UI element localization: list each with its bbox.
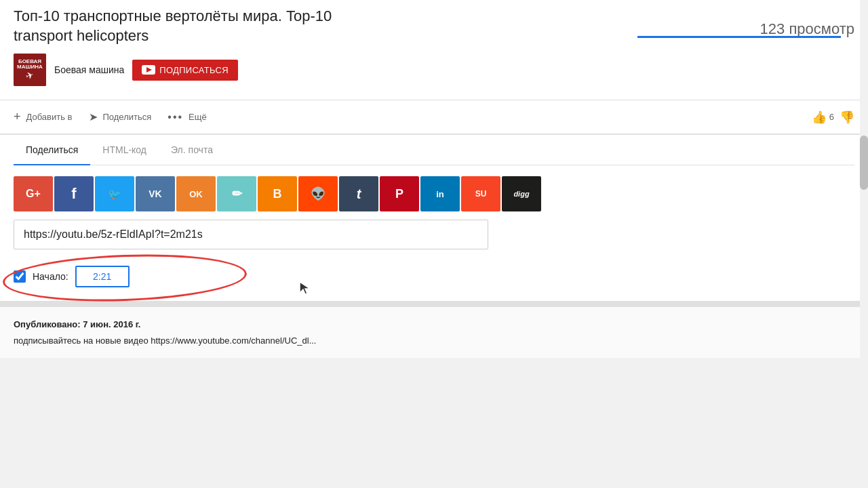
twitter-button[interactable]: 🐦 — [95, 176, 134, 211]
published-date: Опубликовано: 7 июн. 2016 г. — [14, 318, 854, 331]
pencil-button[interactable]: ✏ — [217, 176, 256, 211]
dots-icon: ••• — [167, 111, 183, 123]
start-time-input[interactable] — [75, 266, 130, 287]
share-url-input[interactable] — [14, 220, 488, 249]
digg-button[interactable]: digg — [502, 176, 541, 211]
title-section: Топ-10 транспортные вертолёты мира. Top-… — [0, 0, 868, 100]
channel-row: БОЕВАЯ МАШИНА ✈ Боевая машина Подписатьс… — [14, 54, 854, 86]
dislike-button[interactable]: 👎 — [840, 110, 854, 125]
video-title: Топ-10 транспортные вертолёты мира. Top-… — [14, 7, 854, 45]
share-tabs: Поделиться HTML-код Эл. почта — [14, 135, 854, 165]
start-time-row: Начало: — [14, 260, 854, 301]
like-button[interactable]: 👍 6 — [812, 110, 834, 125]
thumbs-up-icon: 👍 — [812, 110, 827, 125]
actions-row: + Добавить в ➤ Поделиться ••• Ещё 👍 6 👎 — [0, 100, 868, 135]
tumblr-button[interactable]: t — [339, 176, 378, 211]
facebook-button[interactable]: f — [54, 176, 94, 211]
vk-button[interactable]: VK — [136, 176, 175, 211]
pinterest-button[interactable]: P — [380, 176, 419, 211]
start-time-checkbox[interactable] — [14, 270, 26, 283]
tab-email[interactable]: Эл. почта — [159, 135, 225, 165]
stumbleupon-button[interactable]: SU — [461, 176, 500, 211]
more-button[interactable]: ••• Ещё — [167, 108, 206, 126]
subscribe-button[interactable]: Подписаться — [132, 60, 238, 81]
tab-html[interactable]: HTML-код — [90, 135, 159, 165]
channel-avatar: БОЕВАЯ МАШИНА ✈ — [14, 54, 46, 86]
views-bar — [637, 36, 841, 38]
social-buttons-row: G+ f 🐦 VK OK ✏ B 👽 t P in SU digg — [14, 165, 854, 220]
plus-icon: + — [14, 110, 21, 124]
share-section: Поделиться HTML-код Эл. почта G+ f 🐦 VK … — [0, 135, 868, 302]
channel-name: Боевая машина — [54, 64, 124, 75]
like-section: 👍 6 👎 — [812, 110, 854, 125]
url-section — [14, 220, 854, 260]
share-icon: ➤ — [89, 110, 98, 123]
blogger-button[interactable]: B — [258, 176, 297, 211]
views-count: 123 просмотр — [760, 20, 854, 38]
page: Топ-10 транспортные вертолёты мира. Top-… — [0, 0, 868, 488]
add-to-button[interactable]: + Добавить в — [14, 107, 73, 127]
linkedin-button[interactable]: in — [420, 176, 460, 211]
reddit-button[interactable]: 👽 — [298, 176, 338, 211]
youtube-icon — [142, 65, 155, 75]
tab-share[interactable]: Поделиться — [14, 135, 90, 165]
share-button[interactable]: ➤ Поделиться — [89, 108, 152, 126]
ok-button[interactable]: OK — [176, 176, 216, 211]
thumbs-down-icon: 👎 — [840, 110, 854, 125]
description-subscribe: подписывайтесь на новые видео https://ww… — [14, 334, 854, 348]
avatar-plane-icon: ✈ — [24, 70, 36, 83]
mouse-cursor — [298, 281, 312, 300]
description-section: Опубликовано: 7 июн. 2016 г. подписывайт… — [0, 302, 868, 358]
start-time-label: Начало: — [33, 271, 68, 282]
google-plus-button[interactable]: G+ — [14, 176, 53, 211]
scrollbar-thumb[interactable] — [860, 136, 868, 190]
like-count: 6 — [829, 112, 834, 122]
scrollbar[interactable] — [860, 0, 868, 488]
